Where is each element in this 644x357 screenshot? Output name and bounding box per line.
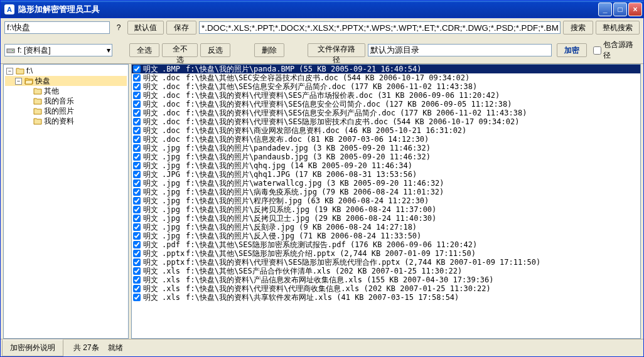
file-checkbox[interactable] (133, 92, 141, 99)
select-all-button[interactable]: 全选 (129, 43, 159, 57)
file-checkbox[interactable] (133, 223, 141, 231)
file-checkbox[interactable] (133, 179, 141, 187)
tree-child[interactable]: 其他 (5, 86, 127, 96)
file-checkbox[interactable] (133, 65, 141, 73)
file-ext: .xls (162, 267, 186, 275)
collapse-icon[interactable]: − (6, 68, 13, 75)
path-input[interactable] (4, 21, 110, 34)
file-row[interactable]: 明文.jpgf:\快盘\我的照片\反刻录.jpg (9 KB 2006-08-2… (132, 223, 640, 232)
file-path: f:\快盘\其他\SEC安全容器技术白皮书.doc (544 KB 2006-1… (186, 73, 639, 82)
default-button[interactable]: 默认值 (127, 21, 164, 35)
file-checkbox[interactable] (133, 188, 141, 196)
file-row[interactable]: 明文.jpgf:\快盘\我的照片\程序控制.jpg (63 KB 2006-08… (132, 196, 640, 205)
minimize-button[interactable]: _ (598, 3, 612, 16)
include-source-checkbox-input[interactable] (593, 46, 601, 55)
tree-kuaipan[interactable]: − 快盘 (5, 76, 127, 86)
file-row[interactable]: 明文.docf:\快盘\我的资料\代理资料\SES隐形加密技术白皮书.doc (… (132, 117, 640, 126)
file-row[interactable]: 明文.xlsf:\快盘\我的资料\共享软件发布网址.xls (41 KB 200… (132, 293, 640, 302)
select-none-button[interactable]: 全不选 (162, 43, 198, 57)
file-row[interactable]: 明文.docf:\快盘\其他\SES信息安全系列产品简介.doc (177 KB… (132, 82, 640, 91)
file-checkbox[interactable] (133, 74, 141, 82)
file-checkbox[interactable] (133, 162, 141, 169)
file-row[interactable]: 明文.pdff:\快盘\其他\SES隐形加密系统测试报告.pdf (176 KB… (132, 240, 640, 249)
collapse-icon[interactable]: − (15, 78, 22, 85)
save-path-button[interactable]: 文件保存路径 (308, 43, 365, 57)
file-checkbox[interactable] (133, 267, 141, 275)
file-row[interactable]: 明文.pptxf:\快盘\其他\SES隐形加密系统介绍.pptx (2,744 … (132, 249, 640, 258)
delete-button[interactable]: 删除 (254, 43, 284, 57)
file-row[interactable]: 明文.xlsf:\快盘\其他\SES产品合作伙伴清单.xls (202 KB 2… (132, 267, 640, 275)
file-row[interactable]: 明文.jpgf:\快盘\我的照片\pandadev.jpg (3 KB 2005… (132, 144, 640, 152)
tree-child[interactable]: 我的资料 (5, 116, 127, 126)
file-row[interactable]: 明文.docf:\快盘\我的资料\代理资料\SES信息安全系列产品简介.doc … (132, 109, 640, 117)
file-row[interactable]: 明文.pptxf:\快盘\我的资料\代理资料\SES隐形加密系统代理合作.ppt… (132, 258, 640, 267)
search-button[interactable]: 搜索 (563, 21, 593, 35)
target-dir-input[interactable] (368, 44, 552, 56)
file-status: 明文 (143, 65, 162, 73)
extensions-input[interactable] (199, 21, 561, 34)
file-list[interactable]: 明文.BMPf:\快盘\我的照片\panda.BMP (55 KB 2005-0… (131, 64, 641, 339)
save-button[interactable]: 保存 (166, 21, 196, 35)
encrypt-button[interactable]: 加密 (557, 43, 587, 57)
file-checkbox[interactable] (133, 232, 141, 240)
file-checkbox[interactable] (133, 241, 141, 248)
file-checkbox[interactable] (133, 250, 141, 257)
file-ext: .jpg (162, 161, 186, 170)
file-checkbox[interactable] (133, 258, 141, 266)
help-question[interactable]: ? (115, 23, 122, 32)
file-checkbox[interactable] (133, 153, 141, 161)
file-checkbox[interactable] (133, 294, 141, 301)
file-row[interactable]: 明文.docf:\快盘\我的资料\代理资料\SES产品市场报价表.doc (31… (132, 91, 640, 100)
titlebar: A 隐形加解密管理员工具 _ □ × (1, 1, 643, 18)
file-checkbox[interactable] (133, 100, 141, 108)
file-row[interactable]: 明文.jpgf:\快盘\我的照片\qhq.jpg (14 KB 2005-09-… (132, 161, 640, 170)
file-ext: .jpg (162, 188, 186, 196)
file-checkbox[interactable] (133, 215, 141, 222)
file-row[interactable]: 明文.BMPf:\快盘\我的照片\panda.BMP (55 KB 2005-0… (132, 65, 640, 73)
file-row[interactable]: 明文.docf:\快盘\其他\SEC安全容器技术白皮书.doc (544 KB … (132, 73, 640, 82)
file-checkbox[interactable] (133, 144, 141, 152)
file-row[interactable]: 明文.jpgf:\快盘\我的照片\病毒免疫系统.jpg (79 KB 2006-… (132, 188, 640, 196)
file-row[interactable]: 明文.xlsf:\快盘\我的资料\代理资料\代理商收集信息.xls (202 K… (132, 284, 640, 293)
file-path: f:\快盘\其他\SES信息安全系列产品简介.doc (177 KB 2006-… (186, 82, 639, 91)
file-checkbox[interactable] (133, 136, 141, 143)
file-checkbox[interactable] (133, 118, 141, 125)
file-row[interactable]: 明文.jpgf:\快盘\我的照片\pandausb.jpg (3 KB 2005… (132, 152, 640, 161)
file-row[interactable]: 明文.docf:\快盘\我的资料\信息发布.doc (81 KB 2007-03… (132, 135, 640, 144)
file-checkbox[interactable] (133, 197, 141, 205)
file-status: 明文 (143, 214, 162, 223)
maximize-button[interactable]: □ (613, 3, 627, 16)
file-path: f:\快盘\我的资料\信息发布.doc (81 KB 2007-03-06 14… (186, 135, 639, 144)
file-row[interactable]: 明文.jpgf:\快盘\我的照片\反入侵.jpg (71 KB 2006-08-… (132, 232, 640, 240)
file-checkbox[interactable] (133, 109, 141, 117)
full-search-button[interactable]: 整机搜索 (596, 21, 640, 35)
file-row[interactable]: 明文.jpgf:\快盘\我的照片\反拷贝卫士.jpg (29 KB 2006-0… (132, 214, 640, 223)
file-row[interactable]: 明文.jpgf:\快盘\我的照片\反拷贝系统.jpg (19 KB 2006-0… (132, 205, 640, 214)
svg-rect-1 (12, 50, 13, 51)
file-row[interactable]: 明文.jpgf:\快盘\我的照片\waterwallcg.jpg (3 KB 2… (132, 179, 640, 188)
tree-root[interactable]: − f:\ (5, 66, 127, 76)
file-checkbox[interactable] (133, 276, 141, 284)
file-status: 明文 (143, 73, 162, 82)
close-button[interactable]: × (628, 3, 642, 16)
file-checkbox[interactable] (133, 285, 141, 292)
file-checkbox[interactable] (133, 171, 141, 178)
file-row[interactable]: 明文.xlsf:\快盘\我的资料\产品信息发布网址收集信息.xls (155 K… (132, 275, 640, 284)
file-row[interactable]: 明文.docf:\快盘\我的资料\商业网发部信息资料.doc (46 KB 20… (132, 126, 640, 135)
include-source-checkbox[interactable]: 包含源路径 (593, 40, 640, 61)
file-ext: .doc (162, 126, 186, 135)
folder-tree[interactable]: − f:\ − 快盘 其他我的音乐我的照片我的资料 (3, 64, 129, 339)
tree-child[interactable]: 我的照片 (5, 106, 127, 116)
tree-child-label: 其他 (44, 86, 59, 97)
file-path: f:\快盘\我的照片\qhq.jpg (14 KB 2005-09-20 11:… (186, 161, 639, 170)
file-row[interactable]: 明文.JPGf:\快盘\我的照片\qhq1.JPG (17 KB 2006-08… (132, 170, 640, 179)
file-checkbox[interactable] (133, 83, 141, 90)
help-exception-button[interactable]: 加密例外说明 (2, 339, 63, 356)
file-checkbox[interactable] (133, 127, 141, 134)
file-row[interactable]: 明文.docf:\快盘\我的资料\代理资料\SES信息安全公司简介.doc (1… (132, 100, 640, 109)
drive-select[interactable]: f: [资料盘] ▾ (4, 44, 112, 56)
invert-select-button[interactable]: 反选 (200, 43, 230, 57)
file-ext: .jpg (162, 223, 186, 232)
file-checkbox[interactable] (133, 206, 141, 213)
tree-child[interactable]: 我的音乐 (5, 96, 127, 106)
